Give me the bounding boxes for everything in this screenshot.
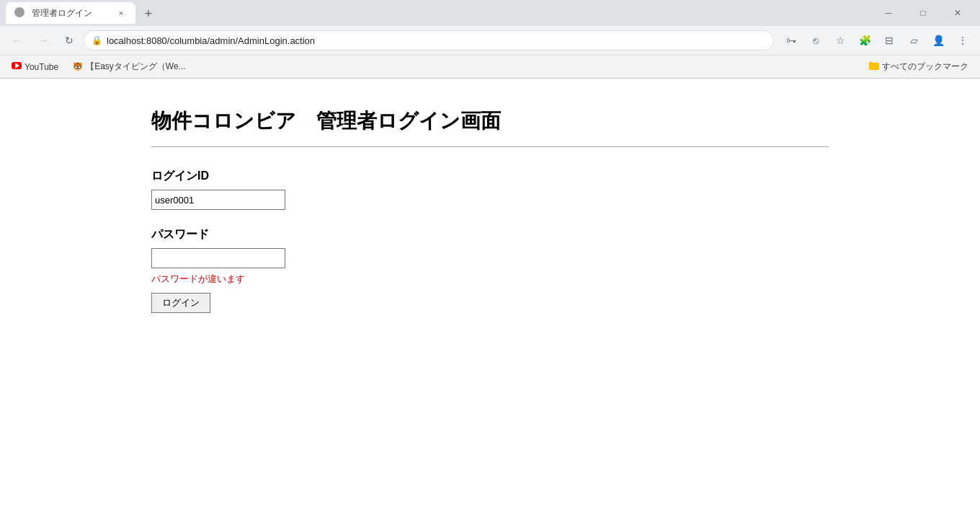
window-controls: ─ □ ✕ (872, 0, 974, 26)
page-content: 物件コロンビア 管理者ログイン画面 ログインID パスワード パスワードが違いま… (0, 79, 980, 359)
folder-icon (869, 61, 879, 72)
star-icon[interactable]: ☆ (829, 29, 852, 52)
all-bookmarks-label: すべてのブックマーク (882, 61, 968, 73)
key-icon[interactable]: 🗝 (780, 29, 803, 52)
login-id-group: ログインID (151, 169, 829, 210)
tab-title: 管理者ログイン (32, 7, 110, 19)
bookmark-youtube[interactable]: YouTube (6, 60, 64, 74)
tab-area: 管理者ログイン × + (6, 2, 872, 24)
login-id-label: ログインID (151, 169, 829, 184)
browser-tab[interactable]: 管理者ログイン × (6, 2, 135, 24)
toolbar-icons: 🗝 ⎋ ☆ 🧩 ⊟ ▱ 👤 ⋮ (780, 29, 974, 52)
more-menu-icon[interactable]: ⋮ (951, 29, 974, 52)
refresh-button[interactable]: ↻ (58, 29, 81, 52)
new-tab-button[interactable]: + (138, 4, 159, 24)
tab-favicon (14, 7, 26, 19)
password-label: パスワード (151, 227, 829, 242)
profile-icon[interactable]: 👤 (927, 29, 950, 52)
address-text: localhost:8080/columbia/admin/AdminLogin… (107, 35, 766, 46)
password-input[interactable] (151, 248, 285, 268)
bookmark-easy-typing[interactable]: 🐯 【Easyタイピング（We... (67, 58, 191, 75)
lock-icon: 🔒 (92, 35, 102, 45)
page-title: 物件コロンビア 管理者ログイン画面 (151, 107, 829, 135)
password-group: パスワード パスワードが違います ログイン (151, 227, 829, 313)
bookmark-youtube-label: YouTube (24, 62, 58, 72)
address-bar[interactable]: 🔒 localhost:8080/columbia/admin/AdminLog… (84, 30, 774, 50)
forward-button[interactable]: → (32, 29, 55, 52)
easy-typing-favicon: 🐯 (73, 62, 83, 72)
minimize-button[interactable]: ─ (872, 0, 905, 26)
bookmark-easy-typing-label: 【Easyタイピング（We... (86, 61, 185, 73)
login-id-input[interactable] (151, 190, 285, 210)
tab-close-button[interactable]: × (115, 7, 127, 19)
close-window-button[interactable]: ✕ (941, 0, 974, 26)
extensions-icon[interactable]: 🧩 (853, 29, 876, 52)
divider (151, 146, 829, 147)
share-icon[interactable]: ⎋ (804, 29, 827, 52)
error-message: パスワードが違います (151, 273, 829, 286)
window-icon[interactable]: ▱ (902, 29, 925, 52)
back-button[interactable]: ← (6, 29, 29, 52)
browser-chrome: 管理者ログイン × + ─ □ ✕ ← → ↻ 🔒 localhost:8080… (0, 0, 980, 79)
nav-bar: ← → ↻ 🔒 localhost:8080/columbia/admin/Ad… (0, 26, 980, 55)
bookmarks-bar: YouTube 🐯 【Easyタイピング（We... すべてのブックマーク (0, 55, 980, 78)
maximize-button[interactable]: □ (906, 0, 940, 26)
youtube-favicon (12, 62, 22, 72)
login-button[interactable]: ログイン (151, 293, 210, 313)
title-bar: 管理者ログイン × + ─ □ ✕ (0, 0, 980, 26)
all-bookmarks-button[interactable]: すべてのブックマーク (863, 58, 974, 75)
tab-search-icon[interactable]: ⊟ (878, 29, 901, 52)
